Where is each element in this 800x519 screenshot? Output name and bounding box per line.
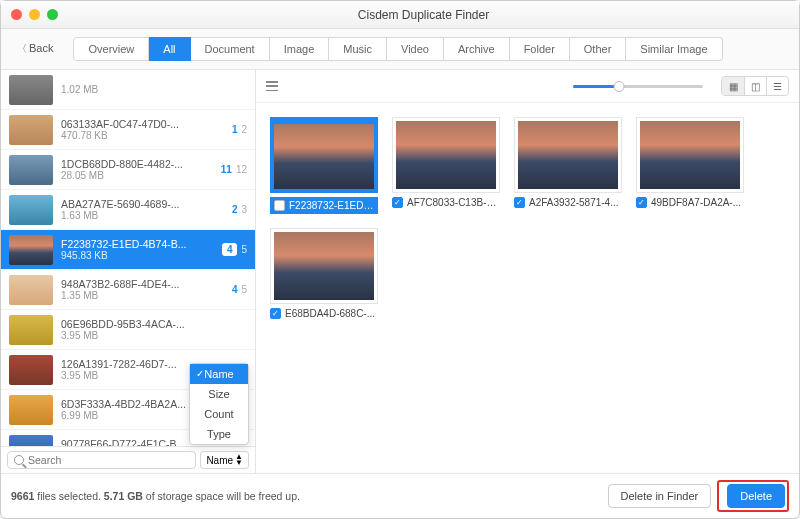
close-icon[interactable] xyxy=(11,9,22,20)
checkbox[interactable]: ✓ xyxy=(392,197,403,208)
minimize-icon[interactable] xyxy=(29,9,40,20)
sort-menu: Name Size Count Type xyxy=(189,363,249,445)
view-grid-icon[interactable]: ▦ xyxy=(722,77,744,95)
sidebar: 1.02 MB063133AF-0C47-47D0-...470.78 KB12… xyxy=(1,70,256,473)
zoom-icon[interactable] xyxy=(47,9,58,20)
file-name: F2238732-E1ED-4B74-B... xyxy=(61,238,214,250)
tab-document[interactable]: Document xyxy=(191,37,270,61)
thumbnail-filename: AF7C8033-C13B-4... xyxy=(407,197,500,208)
thumbnail-filename: F2238732-E1ED-4... xyxy=(289,200,374,211)
thumbnail-card[interactable]: ✓49BDF8A7-DA2A-... xyxy=(636,117,744,214)
count-selected: 4 xyxy=(232,284,238,295)
tab-folder[interactable]: Folder xyxy=(510,37,570,61)
thumbnail xyxy=(9,195,53,225)
tab-all[interactable]: All xyxy=(149,37,190,61)
thumbnail-image[interactable] xyxy=(636,117,744,193)
list-item[interactable]: F2238732-E1ED-4B74-B...945.83 KB45 xyxy=(1,230,255,270)
back-label: Back xyxy=(29,42,53,54)
count-total: 5 xyxy=(241,244,247,255)
thumbnail-filename: 49BDF8A7-DA2A-... xyxy=(651,197,744,208)
main-panel: ▦ ◫ ☰ F2238732-E1ED-4...✓AF7C8033-C13B-4… xyxy=(256,70,799,473)
sort-button[interactable]: Name ▲▼ xyxy=(200,451,249,469)
sort-option-size[interactable]: Size xyxy=(190,384,248,404)
tab-music[interactable]: Music xyxy=(329,37,387,61)
file-name: 1DCB68DD-880E-4482-... xyxy=(61,158,213,170)
list-item[interactable]: 063133AF-0C47-47D0-...470.78 KB12 xyxy=(1,110,255,150)
window-title: Cisdem Duplicate Finder xyxy=(58,8,789,22)
thumbnail-label: ✓AF7C8033-C13B-4... xyxy=(392,197,500,208)
thumbnail-image[interactable] xyxy=(270,117,378,193)
list-item[interactable]: ABA27A7E-5690-4689-...1.63 MB23 xyxy=(1,190,255,230)
toolbar: 〈Back Overview All Document Image Music … xyxy=(1,29,799,70)
tab-archive[interactable]: Archive xyxy=(444,37,510,61)
thumbnail-card[interactable]: ✓A2FA3932-5871-4... xyxy=(514,117,622,214)
delete-in-finder-button[interactable]: Delete in Finder xyxy=(608,484,712,508)
thumbnail-card[interactable]: ✓E68BDA4D-688C-... xyxy=(270,228,378,319)
delete-highlight: Delete xyxy=(717,480,789,512)
thumbnail-image[interactable] xyxy=(270,228,378,304)
file-name: 063133AF-0C47-47D0-... xyxy=(61,118,224,130)
thumbnail-label: ✓A2FA3932-5871-4... xyxy=(514,197,622,208)
thumbnail xyxy=(9,155,53,185)
tab-overview[interactable]: Overview xyxy=(73,37,149,61)
sort-button-label: Name xyxy=(206,455,233,466)
thumbnail-filename: E68BDA4D-688C-... xyxy=(285,308,378,319)
thumbnail-label: ✓E68BDA4D-688C-... xyxy=(270,308,378,319)
search-icon xyxy=(14,455,24,465)
list-item[interactable]: 1.02 MB xyxy=(1,70,255,110)
updown-icon: ▲▼ xyxy=(235,454,243,466)
status-text: 9661 files selected. 5.71 GB of storage … xyxy=(11,490,300,502)
checkbox[interactable]: ✓ xyxy=(270,308,281,319)
thumbnail-size-slider[interactable] xyxy=(573,85,703,88)
sort-option-count[interactable]: Count xyxy=(190,404,248,424)
count-total: 2 xyxy=(241,124,247,135)
count-total: 5 xyxy=(241,284,247,295)
slider-knob[interactable] xyxy=(613,81,624,92)
titlebar: Cisdem Duplicate Finder xyxy=(1,1,799,29)
view-columns-icon[interactable]: ◫ xyxy=(744,77,766,95)
search-input[interactable] xyxy=(28,454,189,466)
item-meta: ABA27A7E-5690-4689-...1.63 MB xyxy=(61,198,224,221)
view-list-icon[interactable]: ☰ xyxy=(766,77,788,95)
back-button[interactable]: 〈Back xyxy=(11,39,59,59)
item-meta: 06E96BDD-95B3-4ACA-...3.95 MB xyxy=(61,318,239,341)
tab-image[interactable]: Image xyxy=(270,37,330,61)
checkbox[interactable] xyxy=(274,200,285,211)
count-selected: 2 xyxy=(232,204,238,215)
sort-option-name[interactable]: Name xyxy=(190,364,248,384)
thumbnail-label: ✓49BDF8A7-DA2A-... xyxy=(636,197,744,208)
thumbnail-card[interactable]: ✓AF7C8033-C13B-4... xyxy=(392,117,500,214)
item-meta: 1DCB68DD-880E-4482-...28.05 MB xyxy=(61,158,213,181)
file-size: 1.35 MB xyxy=(61,290,224,301)
body: 1.02 MB063133AF-0C47-47D0-...470.78 KB12… xyxy=(1,70,799,473)
item-meta: 1.02 MB xyxy=(61,84,239,95)
tab-other[interactable]: Other xyxy=(570,37,627,61)
checkbox[interactable]: ✓ xyxy=(514,197,525,208)
thumbnail-card[interactable]: F2238732-E1ED-4... xyxy=(270,117,378,214)
file-size: 1.02 MB xyxy=(61,84,239,95)
thumbnail-label: F2238732-E1ED-4... xyxy=(270,197,378,214)
filter-icon[interactable] xyxy=(266,81,278,91)
thumbnail xyxy=(9,355,53,385)
view-mode-buttons: ▦ ◫ ☰ xyxy=(721,76,789,96)
sort-option-type[interactable]: Type xyxy=(190,424,248,444)
delete-button[interactable]: Delete xyxy=(727,484,785,508)
list-item[interactable]: 06E96BDD-95B3-4ACA-...3.95 MB xyxy=(1,310,255,350)
thumbnail-filename: A2FA3932-5871-4... xyxy=(529,197,622,208)
tab-similar-image[interactable]: Similar Image xyxy=(626,37,722,61)
thumbnail-image[interactable] xyxy=(514,117,622,193)
count-total: 12 xyxy=(236,164,247,175)
dup-counts: 45 xyxy=(232,284,247,295)
main-toolbar: ▦ ◫ ☰ xyxy=(256,70,799,103)
item-meta: 948A73B2-688F-4DE4-...1.35 MB xyxy=(61,278,224,301)
dup-counts: 12 xyxy=(232,124,247,135)
thumbnail xyxy=(9,75,53,105)
search-field[interactable] xyxy=(7,451,196,469)
list-item[interactable]: 948A73B2-688F-4DE4-...1.35 MB45 xyxy=(1,270,255,310)
list-item[interactable]: 1DCB68DD-880E-4482-...28.05 MB1112 xyxy=(1,150,255,190)
tab-video[interactable]: Video xyxy=(387,37,444,61)
dup-counts: 23 xyxy=(232,204,247,215)
thumbnail-image[interactable] xyxy=(392,117,500,193)
checkbox[interactable]: ✓ xyxy=(636,197,647,208)
file-name: 06E96BDD-95B3-4ACA-... xyxy=(61,318,239,330)
